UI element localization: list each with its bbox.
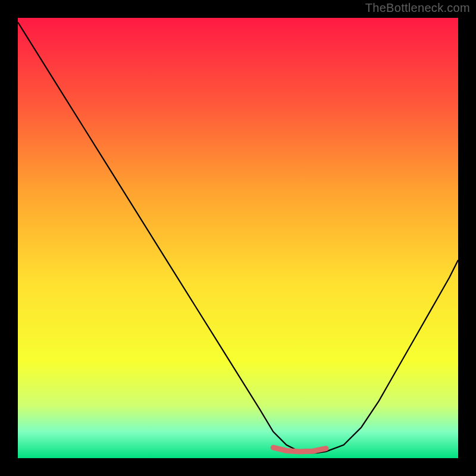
gradient-background (18, 18, 458, 458)
bottleneck-chart (18, 18, 458, 458)
watermark-text: TheBottleneck.com (365, 1, 470, 15)
chart-container (18, 18, 458, 458)
